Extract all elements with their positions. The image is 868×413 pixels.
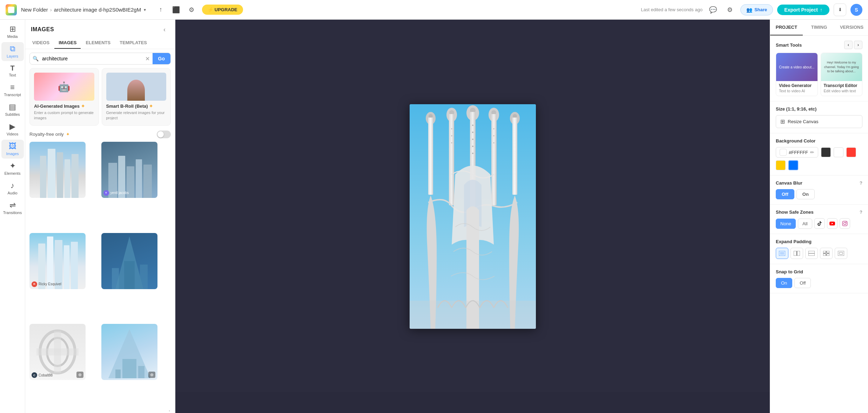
image-item[interactable] bbox=[101, 233, 157, 289]
sidebar-item-transitions[interactable]: ⇌ Transitions bbox=[1, 199, 24, 218]
expand-pad-4-button[interactable] bbox=[820, 248, 833, 259]
smart-broll-card[interactable]: Smart B-Roll (Beta) ✦ Generate relevant … bbox=[102, 68, 171, 126]
color-swatch-red[interactable] bbox=[846, 147, 856, 157]
present-icon-btn[interactable]: ⬛ bbox=[170, 4, 182, 16]
canvas-image[interactable] bbox=[410, 104, 536, 329]
color-hex-display[interactable]: #FFFFFF ✏ bbox=[776, 147, 818, 158]
royalty-toggle[interactable] bbox=[157, 131, 171, 138]
expand-icon-6[interactable]: ⊕ bbox=[148, 372, 155, 378]
svg-rect-13 bbox=[64, 245, 69, 289]
comment-icon-btn[interactable]: 💬 bbox=[707, 4, 719, 16]
sidebar-item-videos[interactable]: ▶ Videos bbox=[1, 120, 24, 139]
architecture-svg bbox=[410, 104, 536, 329]
snap-grid-title: Snap to Grid bbox=[776, 269, 862, 274]
more-options-icon[interactable]: ⋮ bbox=[166, 409, 173, 413]
image-item[interactable] bbox=[29, 142, 86, 198]
image-item[interactable]: Y yentl jacobs bbox=[101, 142, 157, 198]
expand-pad-3-button[interactable] bbox=[805, 248, 818, 259]
search-go-button[interactable]: Go bbox=[153, 53, 170, 64]
sidebar-item-layers[interactable]: ⧉ Layers bbox=[1, 42, 24, 61]
image-item[interactable]: R Ricky Esquivel bbox=[29, 233, 86, 289]
nav-next-button[interactable]: › bbox=[854, 41, 862, 49]
canvas-blur-group: Off On bbox=[776, 189, 862, 199]
sidebar-item-subtitles[interactable]: ▤ Subtitles bbox=[1, 100, 24, 119]
expand-pad-1-button[interactable] bbox=[776, 248, 788, 259]
sidebar-item-images[interactable]: 🖼 Images bbox=[1, 140, 24, 159]
canvas-blur-on-button[interactable]: On bbox=[796, 189, 815, 199]
svg-rect-54 bbox=[410, 301, 536, 329]
safe-zone-tiktok-button[interactable] bbox=[814, 218, 825, 229]
sidebar-item-audio[interactable]: ♪ Audio bbox=[1, 179, 24, 198]
video-generator-card[interactable]: Create a video about... Video Generator … bbox=[776, 53, 818, 96]
search-input[interactable] bbox=[39, 53, 142, 64]
app-logo[interactable] bbox=[6, 4, 17, 15]
tab-timing[interactable]: TIMING bbox=[803, 20, 835, 35]
color-swatch-black[interactable] bbox=[821, 147, 831, 157]
sidebar-item-media[interactable]: ⊞ Media bbox=[1, 22, 24, 41]
ai-generated-card[interactable]: 🤖 AI-Generated Images ✦ Enter a custom p… bbox=[29, 68, 99, 126]
svg-point-57 bbox=[846, 222, 846, 222]
image-item[interactable]: ⊕ bbox=[101, 324, 157, 380]
smart-tools-grid: Create a video about... Video Generator … bbox=[776, 53, 862, 96]
sidebar-item-transcript[interactable]: ≡ Transcript bbox=[1, 81, 24, 100]
canvas-content bbox=[175, 20, 770, 413]
tab-templates[interactable]: TEMPLATES bbox=[115, 37, 151, 49]
tab-project[interactable]: PROJECT bbox=[770, 20, 803, 35]
safe-zone-youtube-button[interactable] bbox=[827, 218, 837, 229]
color-edit-icon[interactable]: ✏ bbox=[810, 149, 814, 155]
media-icon: ⊞ bbox=[9, 25, 16, 33]
nav-prev-button[interactable]: ‹ bbox=[844, 41, 853, 49]
export-button[interactable]: Export Project ↑ bbox=[777, 5, 829, 15]
canvas-blur-off-button[interactable]: Off bbox=[776, 189, 794, 199]
folder-name[interactable]: New Folder bbox=[21, 7, 48, 13]
last-edited-status: Last edited a few seconds ago bbox=[641, 7, 703, 12]
user-avatar[interactable]: S bbox=[850, 4, 862, 16]
svg-rect-61 bbox=[797, 251, 800, 256]
sidebar-item-elements[interactable]: ✦ Elements bbox=[1, 159, 24, 178]
color-swatch-blue[interactable] bbox=[788, 160, 798, 170]
export-label: Export Project bbox=[784, 7, 818, 13]
safe-zone-none-button[interactable]: None bbox=[776, 219, 796, 229]
resize-canvas-button[interactable]: ⊞ Resize Canvas bbox=[776, 115, 862, 128]
size-section: Size (1:1, 9:16, etc) ⊞ Resize Canvas bbox=[770, 101, 868, 133]
settings-icon-btn[interactable]: ⚙ bbox=[185, 4, 198, 16]
project-name[interactable]: architecture image d-hp2S0wBIE2gM bbox=[54, 7, 141, 13]
snap-off-button[interactable]: Off bbox=[794, 278, 811, 288]
tab-elements[interactable]: ELEMENTS bbox=[81, 37, 115, 49]
topbar: New Folder › architecture image d-hp2S0w… bbox=[0, 0, 868, 20]
tab-images[interactable]: IMAGES bbox=[54, 37, 81, 49]
color-swatch-yellow[interactable] bbox=[776, 160, 786, 170]
settings2-icon-btn[interactable]: ⚙ bbox=[724, 4, 736, 16]
search-clear-button[interactable]: ✕ bbox=[142, 55, 153, 62]
color-swatch-white[interactable] bbox=[834, 147, 843, 157]
sidebar-item-text[interactable]: T Text bbox=[1, 62, 24, 80]
download-button[interactable]: ⬇ bbox=[834, 4, 846, 16]
share-button[interactable]: 👥 Share bbox=[740, 4, 773, 15]
audio-icon: ♪ bbox=[11, 182, 14, 189]
tab-versions[interactable]: VERSIONS bbox=[835, 20, 868, 35]
safe-zones-label: Show Safe Zones bbox=[776, 209, 814, 215]
image-item[interactable]: C Cobalt88 ⊕ bbox=[29, 324, 86, 380]
safe-zone-instagram-button[interactable] bbox=[840, 218, 850, 229]
chevron-down-icon[interactable]: ▾ bbox=[144, 7, 146, 12]
tab-videos[interactable]: VIDEOS bbox=[28, 37, 54, 49]
safe-zone-all-button[interactable]: All bbox=[798, 219, 812, 229]
color-hex-value: #FFFFFF bbox=[789, 150, 808, 155]
expand-pad-2-button[interactable] bbox=[790, 248, 803, 259]
sidebar-item-audio-label: Audio bbox=[7, 191, 17, 195]
safe-zones-help-icon[interactable]: ? bbox=[860, 209, 862, 215]
panel-close-button[interactable]: ‹ bbox=[160, 25, 169, 34]
expand-pad-2-icon bbox=[794, 251, 800, 256]
upgrade-button[interactable]: ⚡ UPGRADE bbox=[202, 5, 243, 15]
right-panel-tabs: PROJECT TIMING VERSIONS bbox=[770, 20, 868, 36]
panel-header: IMAGES ‹ bbox=[25, 20, 175, 37]
smart-tools-label: Smart Tools bbox=[776, 42, 802, 48]
expand-icon[interactable]: ⊕ bbox=[76, 372, 83, 378]
snap-on-button[interactable]: On bbox=[776, 278, 792, 288]
transcript-editor-card[interactable]: Hey! Welcome to my channel. Today I'm go… bbox=[821, 53, 863, 96]
share-icon-btn[interactable]: ↑ bbox=[154, 4, 167, 16]
canvas-area bbox=[175, 20, 770, 413]
canvas-blur-help-icon[interactable]: ? bbox=[860, 180, 862, 186]
expand-pad-5-button[interactable] bbox=[835, 248, 847, 259]
svg-point-53 bbox=[493, 142, 494, 143]
